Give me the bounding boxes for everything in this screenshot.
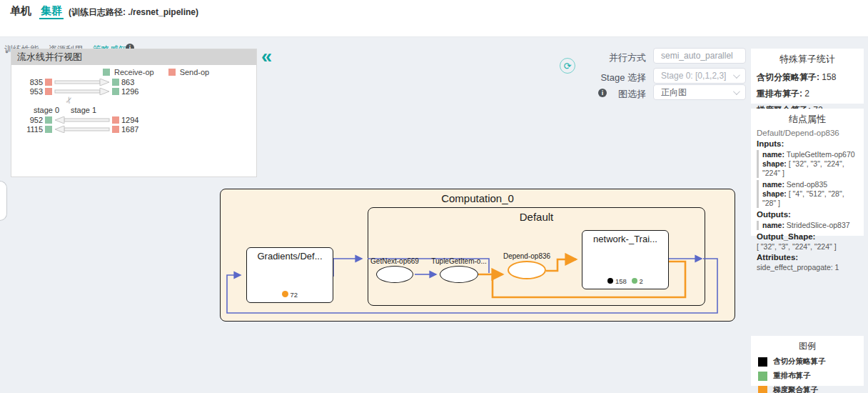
stage1-label: stage 1: [67, 106, 100, 114]
send-op-label: Send-op: [180, 68, 210, 76]
send-op-square: [45, 88, 52, 95]
stage0-label: stage 0: [30, 106, 63, 114]
send-row: 835 863: [19, 78, 134, 86]
pipeline-legend: Receive-op Send-op: [103, 68, 209, 76]
node-attributes-panel: 结点属性 Default/Depend-op836 Inputs: name: …: [751, 109, 864, 236]
receive-op-swatch: [103, 69, 110, 76]
receive-op-id: 1115: [19, 125, 43, 134]
graph-select[interactable]: 正向图: [653, 84, 746, 100]
output-shape-value: [ "32", "3", "224", "224" ]: [757, 242, 858, 251]
graph-legend-title: 图例: [751, 336, 864, 352]
receive-op-square: [112, 88, 119, 95]
receive-op-id: 952: [19, 116, 43, 124]
pipeline-parallel-panel: 流水线并行视图 Receive-op Send-op 835 863 953 1…: [11, 49, 257, 177]
graph-node-getnext[interactable]: [376, 266, 413, 283]
black-swatch: [758, 357, 767, 367]
legend-item-redistribution: 重排布算子: [751, 371, 864, 381]
black-dot-icon: [607, 278, 613, 284]
parallel-mode-value[interactable]: [661, 51, 738, 61]
graph-node-tuplegetitem[interactable]: [440, 266, 478, 283]
send-op-id: 953: [19, 87, 43, 96]
arrow-left-icon: [54, 126, 110, 133]
network-badges: 158 2: [582, 277, 668, 285]
graph-legend-panel: 图例 含切分策略算子 重排布算子 梯度聚合算子: [751, 336, 864, 386]
send-row: 953 1296: [19, 87, 138, 96]
tab-bar: 训练性能 资源利用 策略感知 i: [0, 20, 868, 37]
stage-select-label: Stage 选择: [583, 71, 646, 84]
orange-swatch: [758, 386, 767, 393]
train-log-path: (训练日志路径: ./resnet_pipeline): [69, 6, 198, 19]
left-drawer-handle[interactable]: [0, 181, 7, 221]
send-op-square: [112, 116, 119, 124]
default-label: Default: [368, 211, 705, 223]
stage-select-value: Stage 0: [0,1,2,3]: [661, 71, 733, 81]
refresh-button[interactable]: ⟳: [560, 58, 575, 74]
network-label: network-_Trai...: [582, 234, 668, 244]
orange-dot-icon: [282, 291, 288, 297]
receive-op-id: 863: [121, 78, 134, 86]
inputs-section-label: Inputs:: [757, 139, 858, 148]
graph-node-depend[interactable]: [508, 261, 546, 279]
selected-node-name: Default/Depend-op836: [757, 129, 858, 137]
scissors-icon[interactable]: ✂: [64, 95, 76, 105]
stat-sliced-strategy: 含切分策略算子: 158: [751, 71, 864, 84]
receive-op-square: [112, 79, 119, 86]
refresh-icon: ⟳: [564, 61, 572, 71]
pipeline-panel-title: 流水线并行视图: [11, 49, 256, 65]
attributes-section-label: Attributes:: [757, 253, 858, 262]
arrow-left-icon: [54, 116, 110, 124]
send-op-square: [45, 79, 52, 86]
send-op-swatch: [168, 69, 176, 76]
legend-item-gradient: 梯度聚合算子: [751, 385, 864, 393]
green-dot-icon: [632, 278, 637, 284]
stage-select[interactable]: Stage 0: [0,1,2,3]: [653, 68, 746, 84]
graph-node-network[interactable]: network-_Trai... 158 2: [582, 230, 669, 289]
computation0-label: Computation_0: [221, 192, 735, 204]
receive-row: 952 1294: [19, 116, 138, 124]
graph-select-value: 正向图: [661, 86, 733, 99]
mode-cluster[interactable]: 集群: [41, 4, 62, 18]
cluster-active-underline: [39, 18, 64, 19]
tuplegetitem-label: TupleGetItem-o...: [427, 257, 491, 265]
parallel-mode-input[interactable]: [653, 48, 746, 64]
graph-select-label: 图选择: [583, 88, 646, 101]
arrow-right-icon: [54, 88, 110, 95]
send-op-square: [112, 126, 119, 133]
graph-node-gradients[interactable]: Gradients/Def... 72: [246, 247, 333, 303]
send-op-id: 835: [19, 78, 43, 86]
special-ops-title: 特殊算子统计: [751, 49, 864, 66]
chevron-down-icon: [733, 71, 740, 79]
gradients-badges: 72: [247, 291, 333, 299]
getnext-label: GetNext-op669: [366, 257, 423, 265]
parallel-mode-label: 并行方式: [583, 51, 646, 64]
attribute-value: side_effect_propagate: 1: [757, 263, 858, 272]
send-op-id: 1294: [121, 116, 138, 124]
depend-label: Depend-op836: [497, 252, 557, 260]
gradients-label: Gradients/Def...: [247, 251, 333, 262]
chevron-down-icon: [733, 88, 740, 95]
input-item: name: Send-op835 shape: [ "4", "512", "2…: [757, 180, 858, 208]
green-swatch: [758, 372, 767, 381]
output-shape-label: Output_Shape:: [757, 232, 858, 241]
legend-item-sliced: 含切分策略算子: [751, 357, 864, 367]
input-item: name: TupleGetItem-op670 shape: [ "32", …: [757, 150, 858, 178]
special-ops-panel: 特殊算子统计 含切分策略算子: 158 重排布算子: 2 梯度聚合算子: 72: [751, 49, 864, 104]
receive-row: 1115 1687: [19, 125, 138, 134]
arrow-right-icon: [54, 79, 110, 86]
send-op-id: 1687: [121, 125, 138, 134]
mode-standalone[interactable]: 单机: [10, 4, 31, 18]
receive-op-square: [45, 126, 52, 133]
receive-op-label: Receive-op: [114, 68, 154, 76]
output-item: name: StridedSlice-op837: [757, 221, 858, 230]
computation-graph-canvas[interactable]: Computation_0 Default Gradients/Def... 7…: [214, 184, 746, 327]
receive-op-id: 1296: [121, 87, 138, 96]
outputs-section-label: Outputs:: [757, 210, 858, 219]
top-header: 单机 集群 (训练日志路径: ./resnet_pipeline): [0, 0, 868, 20]
stat-redistribution: 重排布算子: 2: [751, 88, 864, 100]
node-attributes-title: 结点属性: [751, 109, 864, 126]
receive-op-square: [45, 116, 52, 124]
collapse-panel-icon[interactable]: «: [261, 47, 272, 66]
